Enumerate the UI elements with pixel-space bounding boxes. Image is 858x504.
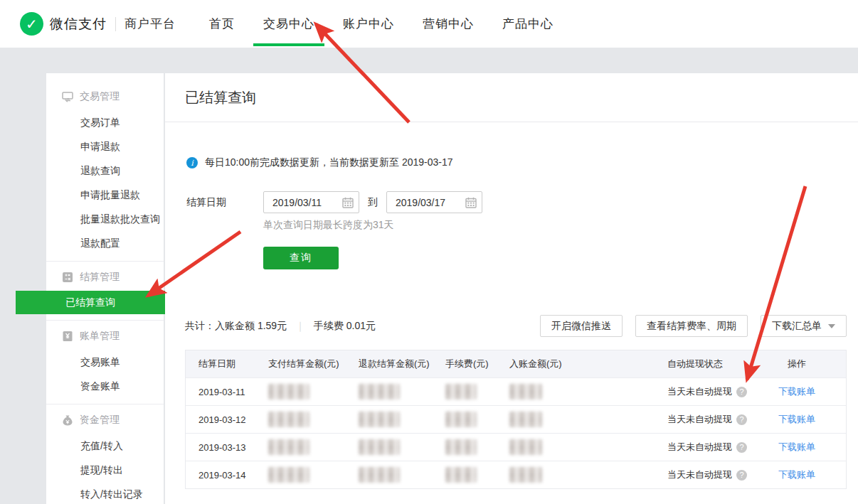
page-title: 已结算查询 [185, 88, 256, 107]
redacted-value [509, 412, 542, 427]
to-label: 到 [368, 196, 378, 209]
nav-item-home[interactable]: 首页 [199, 0, 245, 48]
filter-label: 结算日期 [186, 196, 263, 209]
masked-amount-cell [268, 467, 359, 483]
sidebar-group-header: 交易管理 [46, 83, 164, 110]
masked-amount-cell [268, 384, 359, 400]
summary-actions: 开启微信推送查看结算费率、周期下载汇总单 [540, 315, 847, 337]
withdraw-status-text: 当天未自动提现 [667, 385, 732, 398]
sidebar-group-header: 结算管理 [46, 264, 164, 291]
action-cell: 下载账单 [748, 413, 846, 426]
sidebar-item-recharge-transfer-in[interactable]: 充值/转入 [46, 434, 164, 458]
sidebar-item-batch-refund-query[interactable]: 批量退款批次查询 [46, 207, 164, 231]
sidebar-item-transaction-orders[interactable]: 交易订单 [46, 110, 164, 134]
redacted-value [445, 439, 477, 455]
action-cell: 下载账单 [748, 385, 846, 398]
nav-item-account-center[interactable]: 账户中心 [333, 0, 404, 48]
download-summary-button[interactable]: 下载汇总单 [761, 315, 847, 337]
masked-amount-cell [445, 467, 509, 483]
summary-prefix: 共计： [185, 320, 215, 333]
enable-wechat-push-button[interactable]: 开启微信推送 [540, 315, 623, 337]
action-cell: 下载账单 [748, 441, 846, 454]
date-to-field[interactable] [386, 191, 482, 213]
sidebar-item-settled-query[interactable]: 已结算查询 [16, 291, 165, 314]
column-header: 自动提现状态 [659, 358, 748, 370]
help-icon[interactable]: ? [736, 414, 747, 425]
download-bill-link[interactable]: 下载账单 [778, 441, 815, 454]
help-icon[interactable]: ? [736, 387, 747, 397]
sidebar-group-header: 资金管理 [46, 407, 164, 434]
withdraw-status-text: 当天未自动提现 [667, 468, 732, 481]
settlement-icon [62, 272, 73, 283]
download-bill-link[interactable]: 下载账单 [778, 468, 815, 481]
sidebar-group: 结算管理已结算查询 [46, 261, 164, 320]
redacted-value [359, 384, 400, 400]
date-from-input[interactable] [264, 197, 334, 208]
sidebar-item-apply-refund[interactable]: 申请退款 [46, 134, 164, 159]
sidebar-item-transfer-records[interactable]: 转入/转出记录 [46, 482, 164, 504]
masked-amount-cell [359, 467, 445, 483]
view-settlement-rates-button[interactable]: 查看结算费率、周期 [635, 315, 748, 337]
sidebar-group-label: 账单管理 [80, 330, 120, 343]
download-bill-link[interactable]: 下载账单 [778, 413, 815, 426]
redacted-value [509, 467, 542, 483]
settlement-date-filter: 结算日期 到 [186, 191, 482, 213]
query-button[interactable]: 查询 [263, 247, 339, 269]
settlement-date-cell: 2019-03-14 [186, 470, 268, 481]
sidebar-item-withdraw-transfer-out[interactable]: 提现/转出 [46, 458, 164, 482]
sidebar-group-label: 结算管理 [80, 271, 120, 284]
chevron-down-icon [828, 324, 835, 328]
summary-separator: ｜ [295, 320, 305, 333]
calendar-icon[interactable] [342, 197, 354, 208]
notice-text: 每日10:00前完成数据更新，当前数据更新至 2019-03-17 [205, 156, 453, 169]
masked-amount-cell [359, 439, 445, 455]
masked-amount-cell [445, 384, 509, 400]
sidebar-group: 交易管理交易订单申请退款退款查询申请批量退款批量退款批次查询退款配置 [46, 73, 164, 261]
withdraw-status-cell: 当天未自动提现? [659, 468, 748, 481]
title-row: 已结算查询 [165, 73, 858, 122]
sidebar-item-transaction-bill[interactable]: 交易账单 [46, 350, 164, 374]
redacted-value [445, 467, 477, 483]
sidebar-group: 资金管理充值/转入提现/转出转入/转出记录 [46, 404, 164, 504]
platform-text: 商户平台 [125, 16, 176, 32]
masked-amount-cell [268, 439, 359, 455]
sidebar-item-refund-query[interactable]: 退款查询 [46, 159, 164, 183]
summary-income: 入账金额 1.59元 [215, 320, 287, 333]
nav-item-transaction-center[interactable]: 交易中心 [253, 0, 324, 48]
wechat-pay-logo[interactable]: ✓ 微信支付 商户平台 [20, 0, 176, 48]
redacted-value [359, 439, 400, 455]
sidebar-group: 账单管理交易账单资金账单 [46, 320, 164, 404]
nav-item-marketing-center[interactable]: 营销中心 [413, 0, 484, 48]
settlement-date-cell: 2019-03-12 [186, 414, 268, 425]
help-icon[interactable]: ? [736, 442, 747, 453]
redacted-value [445, 412, 477, 427]
action-button-label: 查看结算费率、周期 [647, 320, 736, 333]
table-row: 2019-03-11当天未自动提现?下载账单 [186, 377, 846, 405]
masked-amount-cell [359, 384, 445, 400]
date-to-input[interactable] [387, 197, 457, 208]
totals-summary: 共计： 入账金额 1.59元 ｜ 手续费 0.01元 [185, 320, 376, 333]
nav-item-product-center[interactable]: 产品中心 [492, 0, 563, 48]
withdraw-status-cell: 当天未自动提现? [659, 385, 748, 398]
sidebar-item-refund-config[interactable]: 退款配置 [46, 231, 164, 255]
download-bill-link[interactable]: 下载账单 [778, 385, 815, 398]
date-from-field[interactable] [263, 191, 359, 213]
billing-icon [62, 331, 73, 342]
table-row: 2019-03-14当天未自动提现?下载账单 [186, 461, 846, 488]
brand-text: 微信支付 [50, 15, 107, 33]
masked-amount-cell [509, 412, 659, 427]
masked-amount-cell [359, 412, 445, 427]
data-update-notice: i 每日10:00前完成数据更新，当前数据更新至 2019-03-17 [186, 156, 453, 169]
summary-row: 共计： 入账金额 1.59元 ｜ 手续费 0.01元 开启微信推送查看结算费率、… [185, 315, 847, 337]
masked-amount-cell [268, 412, 359, 427]
logo-divider [115, 17, 116, 31]
sidebar-item-funds-bill[interactable]: 资金账单 [46, 374, 164, 398]
sidebar-item-apply-batch-refund[interactable]: 申请批量退款 [46, 183, 164, 207]
masked-amount-cell [509, 439, 659, 455]
redacted-value [359, 412, 400, 427]
table-row: 2019-03-12当天未自动提现?下载账单 [186, 405, 846, 433]
help-icon[interactable]: ? [736, 470, 747, 481]
funds-icon [62, 414, 73, 426]
calendar-icon[interactable] [465, 197, 477, 208]
transactions-icon [62, 91, 73, 102]
